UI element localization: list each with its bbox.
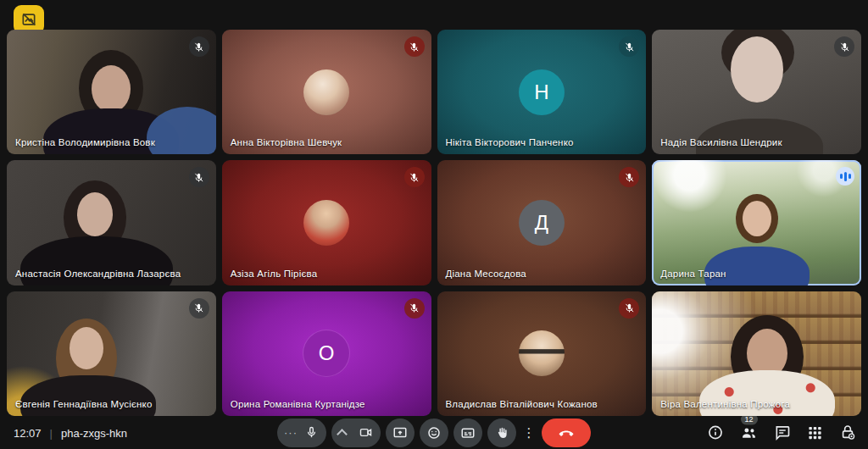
mic-off-icon xyxy=(189,298,209,319)
meeting-info: 12:07 | pha-zxgs-hkn xyxy=(14,426,127,439)
tile-shevchuk[interactable]: Анна Вікторівна Шевчук xyxy=(222,30,431,154)
chat-button[interactable] xyxy=(774,424,791,441)
participant-name: Надія Василівна Шендрик xyxy=(660,137,782,147)
avatar: Н xyxy=(519,69,565,115)
participant-name: Нікіта Вікторович Панченко xyxy=(446,137,574,147)
clock: 12:07 xyxy=(14,426,42,439)
captions-button[interactable] xyxy=(453,419,482,447)
camera-icon xyxy=(359,425,373,440)
more-options-button[interactable]: ⋮ xyxy=(521,419,537,447)
video-feed xyxy=(652,30,861,154)
audio-options-icon[interactable]: ··· xyxy=(284,429,298,437)
meeting-code: pha-zxgs-hkn xyxy=(61,426,127,439)
avatar xyxy=(519,330,565,376)
mic-off-icon xyxy=(619,167,639,187)
mic-off-icon xyxy=(834,36,854,57)
captions-icon xyxy=(460,425,476,441)
participant-name: Анастасія Олександрівна Лазарєва xyxy=(15,269,181,279)
participant-name: Анна Вікторівна Шевчук xyxy=(231,137,342,147)
video-feed xyxy=(7,160,216,285)
crossed-image-icon xyxy=(20,11,37,28)
end-call-icon xyxy=(558,424,575,441)
mic-off-icon xyxy=(619,36,639,57)
mic-button[interactable]: ··· xyxy=(277,419,326,447)
participant-name: Орина Романівна Куртанідзе xyxy=(231,399,365,409)
info-icon xyxy=(707,424,724,441)
mic-off-icon xyxy=(189,36,209,57)
activities-button[interactable] xyxy=(807,424,823,441)
lock-icon xyxy=(839,424,856,441)
avatar: О xyxy=(303,330,349,376)
meeting-bottom-bar: 12:07 | pha-zxgs-hkn ··· ⋮ xyxy=(0,416,868,449)
chat-icon xyxy=(774,424,791,441)
tile-mesoiedova[interactable]: Д Діана Месоєдова xyxy=(437,160,647,285)
tile-panchenko[interactable]: Н Нікіта Вікторович Панченко xyxy=(437,30,647,154)
video-feed xyxy=(7,30,216,154)
mic-off-icon xyxy=(404,167,425,187)
mic-off-icon xyxy=(189,167,209,187)
tile-kozhanov[interactable]: Владислав Віталійович Кожанов xyxy=(437,291,647,416)
divider: | xyxy=(50,426,53,439)
participant-name: Віра Валентинівна Прожога xyxy=(660,399,790,409)
host-controls-button[interactable] xyxy=(839,424,856,441)
end-call-button[interactable] xyxy=(542,419,591,447)
raise-hand-button[interactable] xyxy=(487,419,516,447)
participant-name: Дарина Таран xyxy=(660,269,726,279)
mic-icon xyxy=(304,425,319,440)
tile-shendryk[interactable]: Надія Василівна Шендрик xyxy=(652,30,861,154)
participant-name: Діана Месоєдова xyxy=(446,269,526,279)
participant-grid: Кристіна Володимирівна Вовк Анна Вікторі… xyxy=(7,30,861,416)
participant-name: Владислав Віталійович Кожанов xyxy=(446,399,598,409)
avatar: Д xyxy=(519,200,565,246)
tile-kurtanidze[interactable]: О Орина Романівна Куртанідзе xyxy=(222,291,431,416)
reactions-button[interactable] xyxy=(420,419,448,447)
people-icon xyxy=(740,424,758,441)
tile-piriieva[interactable]: Азіза Агіль Пірієва xyxy=(222,160,431,285)
avatar xyxy=(303,200,349,246)
mic-off-icon xyxy=(404,36,425,57)
right-controls: 12 xyxy=(707,424,856,441)
video-feed xyxy=(652,291,861,416)
meeting-details-button[interactable] xyxy=(707,424,724,441)
present-screen-icon xyxy=(392,425,408,441)
participant-name: Азіза Агіль Пірієва xyxy=(231,269,318,279)
smiley-icon xyxy=(426,425,442,441)
video-feed xyxy=(652,160,861,285)
meeting-controls: ··· ⋮ xyxy=(277,419,591,447)
tile-prozhoha[interactable]: Віра Валентинівна Прожога xyxy=(652,291,861,416)
video-feed xyxy=(7,291,216,416)
participant-name: Кристіна Володимирівна Вовк xyxy=(15,137,155,147)
participant-name: Євгенія Геннадіївна Мусієнко xyxy=(15,399,153,409)
tile-lazarieva[interactable]: Анастасія Олександрівна Лазарєва xyxy=(7,160,216,285)
camera-options-icon[interactable] xyxy=(337,429,348,440)
tile-musiienko[interactable]: Євгенія Геннадіївна Мусієнко xyxy=(7,291,216,416)
grid-icon xyxy=(807,424,823,441)
avatar xyxy=(303,69,349,115)
present-screen-button[interactable] xyxy=(386,419,415,447)
tile-taran-active-speaker[interactable]: Дарина Таран xyxy=(652,160,861,285)
mic-off-icon xyxy=(619,298,639,319)
tile-vovk[interactable]: Кристіна Володимирівна Вовк xyxy=(7,30,216,154)
camera-button[interactable] xyxy=(331,419,381,447)
mic-off-icon xyxy=(404,298,425,319)
raise-hand-icon xyxy=(494,425,509,441)
participants-button[interactable]: 12 xyxy=(740,424,758,441)
